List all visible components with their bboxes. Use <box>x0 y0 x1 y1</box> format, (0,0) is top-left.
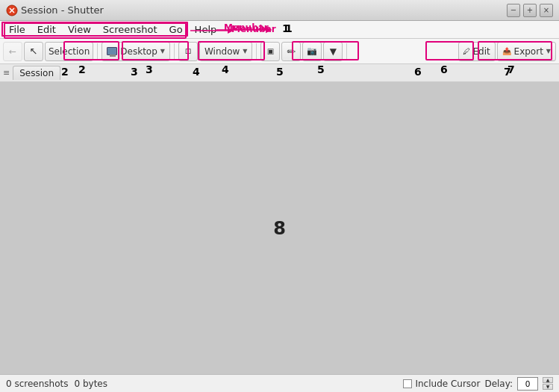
menu-view[interactable]: View <box>62 22 97 37</box>
edit-button[interactable]: 🖊 Edit <box>458 42 496 61</box>
titlebar-left: Session - Shutter <box>6 4 104 16</box>
maximize-button[interactable]: + <box>523 4 537 17</box>
app-icon <box>6 4 18 16</box>
back-icon: ← <box>9 46 16 57</box>
tabbar: ≡ Session <box>0 64 559 82</box>
desktop-icon <box>107 47 117 55</box>
statusbar: 0 screenshots 0 bytes Include Cursor Del… <box>0 374 559 392</box>
session-lines-icon: ≡ <box>3 68 10 78</box>
menu-go[interactable]: Go <box>163 22 189 37</box>
export-dropdown-arrow: ▼ <box>546 48 551 55</box>
session-tab[interactable]: Session <box>13 66 60 80</box>
screenshot-extra-button[interactable]: 📷 <box>302 42 322 61</box>
minimize-button[interactable]: − <box>507 4 520 17</box>
screenshots-count: 0 screenshots <box>6 379 69 389</box>
edit-icon: 🖊 <box>463 47 470 55</box>
cursor-icon: ↖ <box>30 46 38 57</box>
titlebar-buttons: − + × <box>507 4 553 17</box>
desktop-dropdown-arrow: ▼ <box>160 48 165 55</box>
delay-down-button[interactable]: ▼ <box>543 384 553 390</box>
cursor-button[interactable]: ↖ <box>24 42 43 61</box>
screenshot-dropdown-btn[interactable]: ▼ <box>323 42 343 61</box>
window-label: Window <box>204 46 240 57</box>
edit-screenshot-button[interactable]: ✏ <box>281 42 301 61</box>
menu-file[interactable]: File <box>3 22 31 37</box>
edit-label: Edit <box>472 46 490 57</box>
delay-up-button[interactable]: ▲ <box>543 377 553 383</box>
toolbar: ← ↖ Selection Desktop ▼ ⊡ Window ▼ ▣ ✏ 📷… <box>0 39 559 64</box>
selection-label: Selection <box>49 46 90 57</box>
session-tab-label: Session <box>19 68 54 78</box>
menubar-label: Menubar <box>224 22 269 33</box>
separator-1 <box>97 43 98 60</box>
bytes-count: 0 bytes <box>75 379 108 389</box>
include-cursor-label: Include Cursor <box>415 379 480 389</box>
menu-help[interactable]: Help <box>189 22 223 37</box>
back-button[interactable]: ← <box>3 42 22 61</box>
export-icon: 📤 <box>502 47 511 55</box>
window-title: Session - Shutter <box>21 4 104 16</box>
fullscreen-icon: ⊡ <box>185 47 191 55</box>
pencil-icon: ✏ <box>287 46 296 57</box>
menu-screenshot[interactable]: Screenshot <box>97 22 163 37</box>
separator-3 <box>256 43 257 60</box>
export-label: Export <box>514 46 543 57</box>
main-number: 8 <box>273 218 286 239</box>
screenshot-rect-button[interactable]: ▣ <box>260 42 280 61</box>
window-dropdown[interactable]: Window ▼ <box>199 42 252 61</box>
menu-edit[interactable]: Edit <box>31 22 62 37</box>
dropdown-icon: ▼ <box>330 46 337 57</box>
main-content: 8 <box>0 82 559 374</box>
menubar-number: 1 <box>285 22 293 34</box>
window-dropdown-arrow: ▼ <box>243 48 247 55</box>
close-button[interactable]: × <box>540 4 553 17</box>
fullscreen-button[interactable]: ⊡ <box>178 42 198 61</box>
photo-icon: 📷 <box>307 46 317 56</box>
titlebar: Session - Shutter − + × <box>0 0 559 21</box>
delay-label: Delay: <box>484 379 513 389</box>
delay-input[interactable] <box>517 377 538 391</box>
desktop-dropdown[interactable]: Desktop ▼ <box>102 42 170 61</box>
include-cursor-checkbox[interactable] <box>403 379 412 388</box>
selection-button[interactable]: Selection <box>45 42 93 61</box>
separator-4 <box>346 43 347 60</box>
desktop-label: Desktop <box>120 46 157 57</box>
delay-spinner[interactable]: ▲ ▼ <box>543 377 553 390</box>
rect-icon: ▣ <box>267 47 274 55</box>
separator-2 <box>174 43 175 60</box>
include-cursor-container: Include Cursor <box>403 379 480 389</box>
export-button[interactable]: 📤 Export ▼ <box>497 42 556 61</box>
statusbar-right: Include Cursor Delay: ▲ ▼ <box>403 377 553 391</box>
menubar: File Edit View Screenshot Go Help Menuba… <box>0 21 559 39</box>
